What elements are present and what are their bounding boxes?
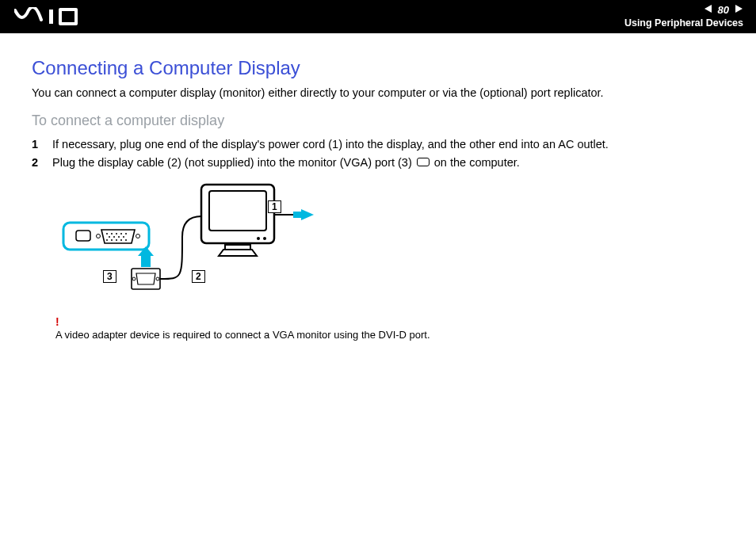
svg-point-12: [113, 236, 115, 238]
warning-note: ! A video adapter device is required to …: [55, 316, 724, 342]
warning-icon: !: [55, 316, 724, 327]
svg-point-11: [109, 236, 110, 238]
svg-marker-3: [735, 5, 743, 13]
svg-point-6: [106, 233, 108, 235]
page-nav: 80: [624, 3, 743, 16]
svg-point-14: [123, 236, 124, 238]
intro-text: You can connect a computer display (moni…: [32, 86, 724, 101]
step-text: Plug the display cable (2) (not supplied…: [52, 154, 520, 172]
next-page-arrow[interactable]: [734, 4, 743, 16]
vga-port-icon: [417, 158, 430, 166]
section-label: Using Peripheral Devices: [624, 17, 743, 29]
svg-marker-26: [138, 246, 154, 256]
svg-marker-32: [301, 209, 314, 220]
svg-point-20: [97, 234, 101, 238]
step-number: 1: [32, 135, 52, 154]
svg-rect-28: [209, 191, 266, 231]
step-item: 2 Plug the display cable (2) (not suppli…: [32, 154, 724, 172]
vaio-logo: [14, 7, 101, 29]
svg-marker-2: [704, 5, 712, 13]
steps-list: 1 If necessary, plug one end of the disp…: [32, 135, 724, 172]
svg-point-17: [116, 239, 117, 241]
prev-page-arrow[interactable]: [704, 4, 713, 16]
svg-point-13: [118, 236, 120, 238]
svg-point-10: [125, 233, 127, 235]
callout-2: 2: [192, 270, 205, 283]
page-title: Connecting a Computer Display: [32, 57, 724, 79]
svg-point-15: [106, 239, 108, 241]
step-text: If necessary, plug one end of the displa…: [52, 135, 609, 154]
svg-point-16: [111, 239, 113, 241]
svg-rect-5: [76, 231, 90, 241]
page-number: 80: [718, 4, 729, 16]
svg-point-18: [120, 239, 122, 241]
svg-point-21: [136, 234, 140, 238]
svg-point-19: [125, 239, 127, 241]
svg-rect-0: [49, 10, 53, 24]
sub-heading: To connect a computer display: [32, 113, 724, 129]
step-item: 1 If necessary, plug one end of the disp…: [32, 135, 724, 154]
svg-point-31: [263, 237, 266, 240]
warning-text: A video adapter device is required to co…: [55, 329, 724, 342]
svg-point-30: [257, 237, 260, 240]
step-number: 2: [32, 154, 52, 172]
callout-1: 1: [268, 200, 281, 213]
svg-point-9: [120, 233, 122, 235]
svg-point-8: [116, 233, 117, 235]
header-bar: 80 Using Peripheral Devices: [0, 0, 756, 33]
callout-3: 3: [103, 270, 116, 283]
page-content: Connecting a Computer Display You can co…: [0, 33, 756, 342]
svg-rect-33: [293, 212, 303, 218]
svg-marker-25: [141, 256, 151, 267]
svg-point-7: [111, 233, 113, 235]
connection-diagram: 1 2 3: [55, 183, 317, 302]
